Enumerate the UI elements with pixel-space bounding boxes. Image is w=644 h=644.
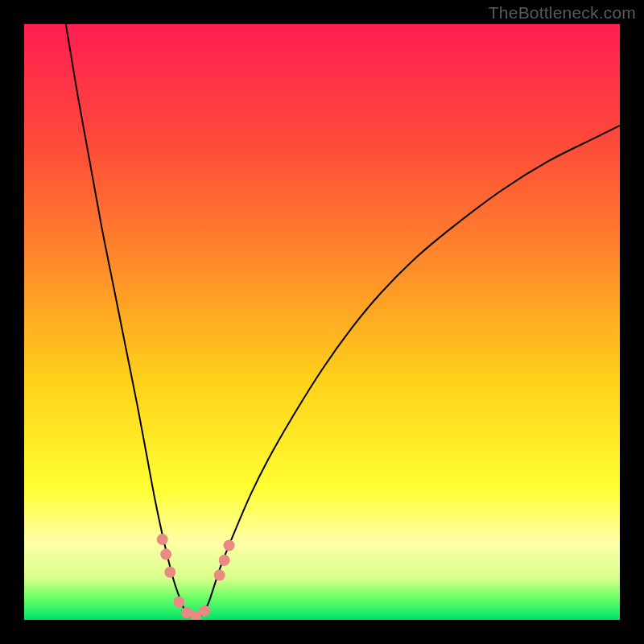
marker-dot <box>157 534 168 545</box>
marker-dot <box>219 555 230 566</box>
marker-dot <box>214 570 225 581</box>
marker-dot <box>199 605 210 617</box>
chart-frame: TheBottleneck.com <box>0 0 644 644</box>
plot-area <box>24 24 620 620</box>
bottleneck-chart <box>24 24 620 620</box>
marker-dot <box>173 597 184 608</box>
marker-dot <box>160 549 171 560</box>
watermark-text: TheBottleneck.com <box>489 3 636 23</box>
marker-dot <box>224 540 235 551</box>
marker-dot <box>164 567 175 578</box>
gradient-background <box>24 24 620 620</box>
